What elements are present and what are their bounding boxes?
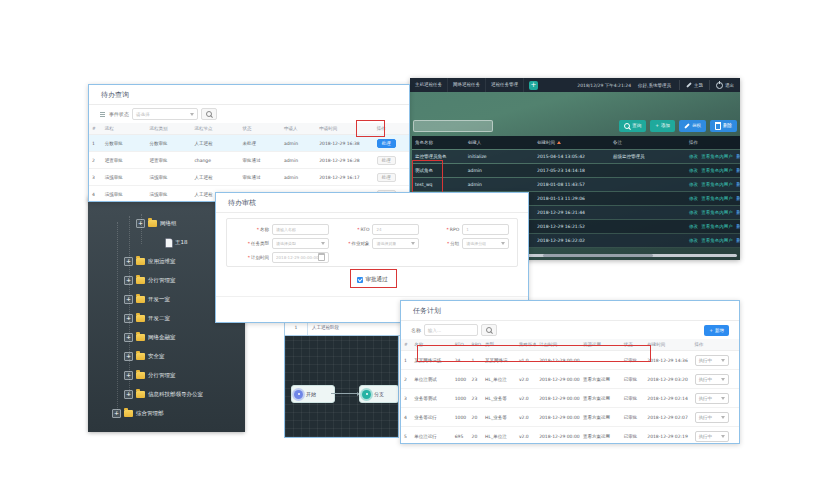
logout-button[interactable]: 退出 <box>709 80 740 90</box>
chevron-down-icon <box>721 378 725 381</box>
delete-link[interactable]: 删除 <box>736 182 740 187</box>
add-button[interactable]: +添加 <box>650 120 675 132</box>
name-filter-input[interactable]: 输入... <box>424 324 478 336</box>
name-input[interactable]: 请输入名称 <box>272 224 329 235</box>
tab-host-inspection[interactable]: 主机巡检任务 <box>410 78 448 92</box>
todo-row[interactable]: 1 分数审批 分数审批 人工巡检 未处理 admin 2018-12-29 16… <box>89 135 409 152</box>
tree-item[interactable]: 网络金融室 <box>88 328 245 347</box>
role-search-input[interactable] <box>413 120 493 132</box>
task-row[interactable]: 5 单位注运行 695 20 HL_单位注 v2.0 2018-12-29 00… <box>401 427 739 445</box>
create-time-cell: 2018-12-29 16:21:44 <box>534 206 610 220</box>
add-tab-button[interactable]: + <box>529 81 538 90</box>
filter-search-button[interactable] <box>201 108 217 120</box>
resource-link[interactable] <box>580 351 621 370</box>
task-row[interactable]: 3 业务等测试 1000 23 HL_业务等 v2.0 2018-12-29 0… <box>401 389 739 408</box>
col-type: 类型 <box>482 339 516 351</box>
modify-link[interactable]: 修改 <box>689 182 698 187</box>
tree-item[interactable]: 安全室 <box>88 347 245 366</box>
col-apply-time: 申请时间 <box>316 123 374 135</box>
tab-inspection-manage[interactable]: 巡检任务管理 <box>486 78 524 92</box>
role-table-row[interactable]: 测试角色 admin 2017-05-23 14:14:18 修改 查看角色内用… <box>412 164 740 178</box>
type-select[interactable]: 请选择类型 <box>272 238 329 249</box>
view-role-users-link[interactable]: 查看角色内用户 <box>701 210 733 215</box>
folder-icon <box>166 239 172 247</box>
view-role-users-link[interactable]: 查看角色内用户 <box>701 224 733 229</box>
type-cell: HL_单位注 <box>482 427 516 445</box>
checkbox-icon[interactable] <box>357 277 363 283</box>
task-search-button[interactable] <box>481 324 497 336</box>
object-select[interactable]: 请选择对象 <box>372 238 419 249</box>
view-role-users-link[interactable]: 查看角色内用户 <box>701 196 733 201</box>
tree-item[interactable]: 信息科技部领导办公室 <box>88 385 245 404</box>
group-select[interactable]: 请选择分组 <box>462 238 509 249</box>
rpo-cell: 20 <box>469 427 483 445</box>
delete-link[interactable]: 删除 <box>736 154 740 159</box>
col-status: 状态 <box>621 339 645 351</box>
flow-canvas[interactable]: 开始 分支 <box>285 335 398 437</box>
rpo-input[interactable]: 1 <box>462 224 509 235</box>
delete-link[interactable]: 删除 <box>736 210 740 215</box>
delete-button[interactable]: 删除 <box>710 120 737 132</box>
resource-link[interactable]: 查看方案运用 <box>580 370 621 389</box>
delete-link[interactable]: 删除 <box>736 196 740 201</box>
approve-pass-button[interactable]: 审批通过 <box>366 276 388 283</box>
modify-link[interactable]: 修改 <box>689 168 698 173</box>
plan-time-input[interactable]: 2018-12-29 00:00:00 <box>272 252 329 263</box>
tree-item-label: 安全室 <box>148 353 165 360</box>
task-row[interactable]: 1 某某网络演练.. 24 1 某某网络演 v1.0 2018-12-29 00… <box>401 351 739 370</box>
query-button[interactable]: 查询 <box>619 120 646 132</box>
tree-item[interactable]: 分行管理室 <box>88 366 245 385</box>
exec-status-select[interactable]: 执行中 <box>695 393 729 404</box>
modify-link[interactable]: 修改 <box>689 224 698 229</box>
col-node: 流程节点 <box>191 123 239 135</box>
rto-input[interactable]: 24 <box>372 224 419 235</box>
resource-link[interactable]: 查看方案运用 <box>580 427 621 445</box>
theme-button[interactable]: 主题 <box>679 80 709 90</box>
flow-node-branch[interactable]: 分支 <box>359 385 399 403</box>
exec-status-select[interactable]: 执行中 <box>695 412 729 423</box>
delete-link[interactable]: 删除 <box>736 224 740 229</box>
delete-link[interactable]: 删除 <box>736 238 740 243</box>
task-row[interactable]: 4 业务等运行 1000 20 HL_业务等 v2.0 2018-12-29 0… <box>401 408 739 427</box>
modify-link[interactable]: 修改 <box>689 196 698 201</box>
role-table-row[interactable]: 监控管理员角色 initialize 2015-04-14 13:05:42 超… <box>412 150 740 164</box>
todo-row[interactable]: 2 巡查审批 巡查审批 change 审批通过 admin 2018-12-29… <box>89 152 409 169</box>
resource-link[interactable]: 查看方案运用 <box>580 408 621 427</box>
status-select[interactable]: 请选择 <box>132 108 198 120</box>
col-create-time[interactable]: 创建时间 <box>534 136 610 150</box>
tab-network-inspection[interactable]: 网络巡检任务 <box>448 78 486 92</box>
chevron-down-icon <box>501 242 505 245</box>
flow-node-start[interactable]: 开始 <box>291 385 335 403</box>
view-role-users-link[interactable]: 查看角色内用户 <box>701 182 733 187</box>
col-action: 操作 <box>374 123 409 135</box>
col-note[interactable]: 备注 <box>610 136 686 150</box>
exec-status-select[interactable]: 执行中 <box>695 374 729 385</box>
handle-button[interactable]: 处理 <box>377 173 396 182</box>
resource-link[interactable]: 查看方案运用 <box>580 389 621 408</box>
col-creator[interactable]: 创建人 <box>465 136 534 150</box>
add-task-button[interactable]: +新增 <box>704 325 729 336</box>
handle-button[interactable]: 处理 <box>377 139 396 148</box>
view-role-users-link[interactable]: 查看角色内用户 <box>701 238 733 243</box>
process-cell: 巡查审批 <box>102 152 147 169</box>
todo-row[interactable]: 3 演练审批 演练审批 人工巡检 审批通过 admin 2018-12-29 1… <box>89 169 409 186</box>
col-role-name[interactable]: 角色名称 <box>412 136 465 150</box>
modify-link[interactable]: 修改 <box>689 154 698 159</box>
view-role-users-link[interactable]: 查看角色内用户 <box>701 154 733 159</box>
col-actions[interactable]: 操作 <box>686 136 740 150</box>
start-node-label: 开始 <box>306 391 316 397</box>
role-table-row[interactable]: test_wq admin 2018-01-08 11:43:57 修改 查看角… <box>412 178 740 192</box>
note-cell: 超级监控管理员 <box>610 150 686 164</box>
top-nav-bar: 主机巡检任务 网络巡检任务 巡检任务管理 + 2018/12/29 下午4:21… <box>410 78 740 92</box>
screenshot-stage: 网络组 王18 应用运维室 分行管理室 <box>0 0 840 500</box>
modify-link[interactable]: 修改 <box>689 210 698 215</box>
exec-status-select[interactable]: 执行中 <box>695 355 729 366</box>
delete-link[interactable]: 删除 <box>736 168 740 173</box>
tree-item[interactable]: 综合管理部 <box>88 404 245 423</box>
handle-button[interactable]: 处理 <box>377 156 396 165</box>
modify-link[interactable]: 修改 <box>689 238 698 243</box>
view-role-users-link[interactable]: 查看角色内用户 <box>701 168 733 173</box>
exec-status-select[interactable]: 执行中 <box>695 431 729 442</box>
task-row[interactable]: 2 单位注测试 1000 23 HL_单位注 v2.0 2018-12-29 0… <box>401 370 739 389</box>
authorize-button[interactable]: 授权 <box>679 120 706 132</box>
